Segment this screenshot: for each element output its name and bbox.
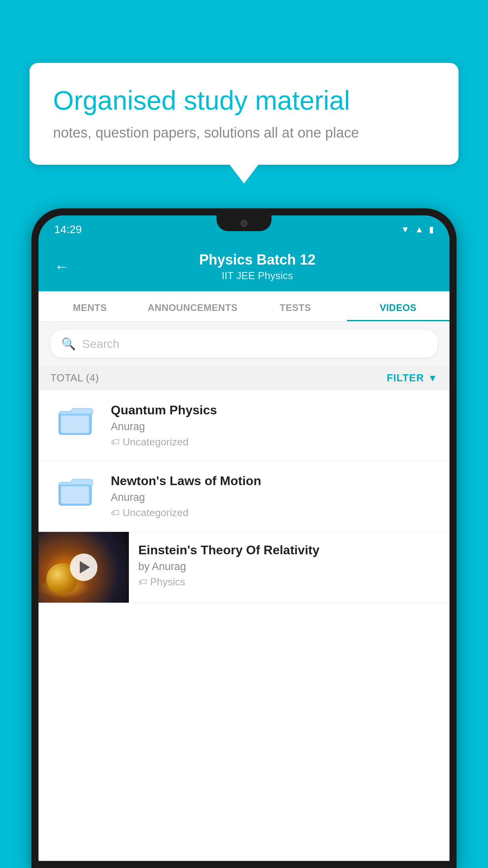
video-author: Anurag bbox=[111, 491, 438, 504]
tab-announcements[interactable]: ANNOUNCEMENTS bbox=[141, 291, 244, 321]
phone-screen: 14:29 ▼ ▲ ▮ ← Physics Batch 12 IIT JEE P… bbox=[39, 215, 449, 861]
phone-frame: 14:29 ▼ ▲ ▮ ← Physics Batch 12 IIT JEE P… bbox=[31, 208, 457, 868]
tabs-bar: MENTS ANNOUNCEMENTS TESTS VIDEOS bbox=[39, 291, 449, 322]
status-icons: ▼ ▲ ▮ bbox=[401, 224, 434, 235]
signal-icon: ▲ bbox=[415, 224, 424, 235]
header-title: Physics Batch 12 bbox=[81, 252, 434, 268]
speech-bubble: Organised study material notes, question… bbox=[29, 63, 459, 165]
status-time: 14:29 bbox=[54, 223, 82, 236]
status-bar: 14:29 ▼ ▲ ▮ bbox=[39, 215, 449, 244]
video-author: by Anurag bbox=[138, 561, 440, 573]
video-title: Quantum Physics bbox=[111, 403, 438, 417]
video-info: Einstein's Theory Of Relativity by Anura… bbox=[129, 532, 449, 599]
search-icon: 🔍 bbox=[61, 337, 76, 351]
tab-ments[interactable]: MENTS bbox=[39, 291, 141, 321]
notch bbox=[216, 215, 272, 231]
play-icon bbox=[80, 561, 90, 574]
battery-icon: ▮ bbox=[429, 224, 434, 235]
tag-icon: 🏷 bbox=[111, 508, 119, 518]
search-box[interactable]: 🔍 Search bbox=[50, 330, 438, 358]
tag-icon: 🏷 bbox=[111, 437, 119, 447]
folder-icon bbox=[58, 405, 94, 438]
video-title: Einstein's Theory Of Relativity bbox=[138, 543, 440, 557]
folder-thumb bbox=[50, 474, 101, 509]
video-info: Quantum Physics Anurag 🏷 Uncategorized bbox=[111, 403, 438, 448]
bubble-title: Organised study material bbox=[53, 85, 435, 117]
filter-label: FILTER bbox=[387, 372, 424, 384]
camera-dot bbox=[240, 220, 248, 227]
tab-tests[interactable]: TESTS bbox=[244, 291, 347, 321]
list-item[interactable]: Einstein's Theory Of Relativity by Anura… bbox=[39, 532, 449, 603]
svg-rect-3 bbox=[61, 486, 89, 504]
filter-bar: TOTAL (4) FILTER ▼ bbox=[39, 366, 449, 390]
wifi-icon: ▼ bbox=[401, 224, 409, 235]
tab-videos[interactable]: VIDEOS bbox=[347, 291, 450, 321]
search-container: 🔍 Search bbox=[39, 322, 449, 366]
svg-rect-1 bbox=[61, 416, 89, 433]
app-header: ← Physics Batch 12 IIT JEE Physics bbox=[39, 244, 449, 291]
play-button[interactable] bbox=[70, 554, 97, 581]
video-tag: 🏷 Uncategorized bbox=[111, 436, 438, 448]
video-thumbnail bbox=[39, 532, 129, 603]
bubble-subtitle: notes, question papers, solutions all at… bbox=[53, 125, 435, 141]
folder-thumb bbox=[50, 403, 101, 438]
video-info: Newton's Laws of Motion Anurag 🏷 Uncateg… bbox=[111, 474, 438, 519]
list-item[interactable]: Quantum Physics Anurag 🏷 Uncategorized bbox=[39, 390, 449, 461]
folder-icon bbox=[58, 475, 94, 509]
header-title-group: Physics Batch 12 IIT JEE Physics bbox=[81, 252, 434, 282]
list-item[interactable]: Newton's Laws of Motion Anurag 🏷 Uncateg… bbox=[39, 461, 449, 532]
filter-icon: ▼ bbox=[428, 373, 438, 384]
header-subtitle: IIT JEE Physics bbox=[81, 270, 434, 282]
video-list: Quantum Physics Anurag 🏷 Uncategorized bbox=[39, 390, 449, 861]
total-count: TOTAL (4) bbox=[50, 372, 99, 384]
video-tag: 🏷 Uncategorized bbox=[111, 507, 438, 519]
video-tag: 🏷 Physics bbox=[138, 576, 440, 588]
video-author: Anurag bbox=[111, 421, 438, 433]
search-placeholder: Search bbox=[82, 337, 119, 351]
video-title: Newton's Laws of Motion bbox=[111, 474, 438, 488]
tag-icon: 🏷 bbox=[138, 577, 147, 587]
filter-button[interactable]: FILTER ▼ bbox=[387, 372, 438, 384]
back-button[interactable]: ← bbox=[54, 258, 69, 275]
